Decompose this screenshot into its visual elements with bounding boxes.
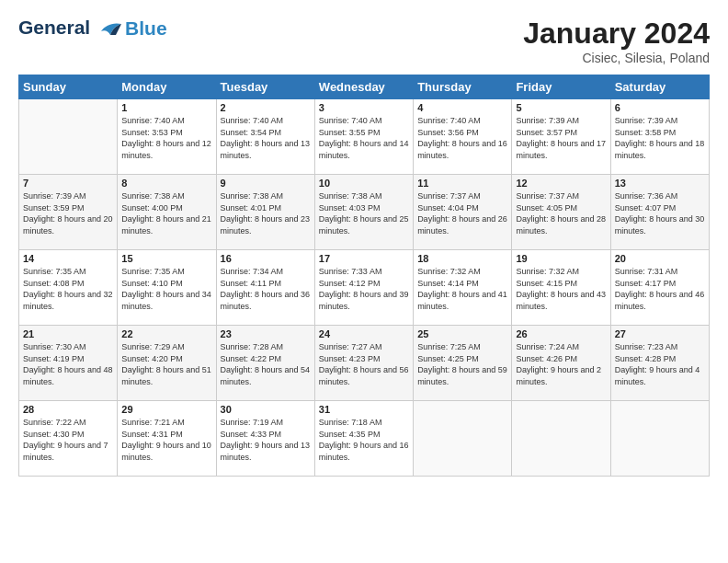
- calendar-cell: 10Sunrise: 7:38 AMSunset: 4:03 PMDayligh…: [314, 175, 413, 250]
- day-info: Sunrise: 7:35 AMSunset: 4:08 PMDaylight:…: [23, 266, 113, 312]
- calendar-cell: 6Sunrise: 7:39 AMSunset: 3:58 PMDaylight…: [610, 99, 709, 175]
- day-info: Sunrise: 7:25 AMSunset: 4:25 PMDaylight:…: [417, 341, 507, 387]
- calendar-cell: 12Sunrise: 7:37 AMSunset: 4:05 PMDayligh…: [512, 175, 610, 250]
- calendar-cell: 21Sunrise: 7:30 AMSunset: 4:19 PMDayligh…: [19, 326, 118, 401]
- logo-general: General: [18, 17, 123, 39]
- calendar-cell: 20Sunrise: 7:31 AMSunset: 4:17 PMDayligh…: [610, 250, 709, 326]
- day-info: Sunrise: 7:27 AMSunset: 4:23 PMDaylight:…: [319, 341, 409, 387]
- day-number: 16: [221, 253, 311, 264]
- day-info: Sunrise: 7:33 AMSunset: 4:12 PMDaylight:…: [319, 266, 409, 312]
- day-info: Sunrise: 7:21 AMSunset: 4:31 PMDaylight:…: [121, 417, 211, 463]
- weekday-header-friday: Friday: [512, 75, 610, 99]
- calendar-cell: 7Sunrise: 7:39 AMSunset: 3:59 PMDaylight…: [19, 175, 118, 250]
- day-info: Sunrise: 7:39 AMSunset: 3:58 PMDaylight:…: [615, 115, 705, 161]
- day-number: 28: [23, 404, 113, 415]
- day-number: 8: [121, 178, 211, 189]
- day-number: 24: [319, 328, 409, 339]
- calendar-cell: 30Sunrise: 7:19 AMSunset: 4:33 PMDayligh…: [216, 401, 314, 477]
- calendar-cell: 14Sunrise: 7:35 AMSunset: 4:08 PMDayligh…: [19, 250, 118, 326]
- calendar-cell: 27Sunrise: 7:23 AMSunset: 4:28 PMDayligh…: [610, 326, 709, 401]
- calendar-cell: 19Sunrise: 7:32 AMSunset: 4:15 PMDayligh…: [512, 250, 610, 326]
- day-info: Sunrise: 7:37 AMSunset: 4:05 PMDaylight:…: [516, 190, 606, 236]
- calendar-cell: 13Sunrise: 7:36 AMSunset: 4:07 PMDayligh…: [610, 175, 709, 250]
- day-number: 20: [615, 253, 705, 264]
- calendar-cell: 9Sunrise: 7:38 AMSunset: 4:01 PMDaylight…: [216, 175, 314, 250]
- day-info: Sunrise: 7:36 AMSunset: 4:07 PMDaylight:…: [615, 190, 705, 236]
- calendar-cell: 24Sunrise: 7:27 AMSunset: 4:23 PMDayligh…: [314, 326, 413, 401]
- day-info: Sunrise: 7:28 AMSunset: 4:22 PMDaylight:…: [221, 341, 311, 387]
- calendar-cell: 29Sunrise: 7:21 AMSunset: 4:31 PMDayligh…: [118, 401, 216, 477]
- day-number: 27: [615, 328, 705, 339]
- day-number: 11: [417, 178, 507, 189]
- week-row-4: 21Sunrise: 7:30 AMSunset: 4:19 PMDayligh…: [19, 326, 710, 401]
- day-info: Sunrise: 7:35 AMSunset: 4:10 PMDaylight:…: [121, 266, 211, 312]
- day-info: Sunrise: 7:40 AMSunset: 3:55 PMDaylight:…: [319, 115, 409, 161]
- weekday-header-saturday: Saturday: [610, 75, 709, 99]
- calendar-cell: 8Sunrise: 7:38 AMSunset: 4:00 PMDaylight…: [118, 175, 216, 250]
- day-number: 18: [417, 253, 507, 264]
- day-number: 7: [23, 178, 113, 189]
- day-info: Sunrise: 7:38 AMSunset: 4:01 PMDaylight:…: [221, 190, 311, 236]
- day-info: Sunrise: 7:22 AMSunset: 4:30 PMDaylight:…: [23, 417, 113, 463]
- weekday-header-monday: Monday: [118, 75, 216, 99]
- day-info: Sunrise: 7:34 AMSunset: 4:11 PMDaylight:…: [221, 266, 311, 312]
- calendar-cell: 23Sunrise: 7:28 AMSunset: 4:22 PMDayligh…: [216, 326, 314, 401]
- logo-blue: Blue: [125, 17, 167, 39]
- day-number: 23: [221, 328, 311, 339]
- day-number: 9: [221, 178, 311, 189]
- calendar-cell: 4Sunrise: 7:40 AMSunset: 3:56 PMDaylight…: [414, 99, 512, 175]
- calendar-cell: 16Sunrise: 7:34 AMSunset: 4:11 PMDayligh…: [216, 250, 314, 326]
- day-number: 21: [23, 328, 113, 339]
- day-info: Sunrise: 7:40 AMSunset: 3:53 PMDaylight:…: [121, 115, 211, 161]
- day-number: 4: [417, 102, 507, 113]
- day-info: Sunrise: 7:23 AMSunset: 4:28 PMDaylight:…: [615, 341, 705, 387]
- day-number: 6: [615, 102, 705, 113]
- weekday-header-sunday: Sunday: [19, 75, 118, 99]
- day-number: 25: [417, 328, 507, 339]
- day-info: Sunrise: 7:32 AMSunset: 4:14 PMDaylight:…: [417, 266, 507, 312]
- week-row-3: 14Sunrise: 7:35 AMSunset: 4:08 PMDayligh…: [19, 250, 710, 326]
- day-info: Sunrise: 7:32 AMSunset: 4:15 PMDaylight:…: [516, 266, 606, 312]
- title-block: January 2024 Cisiec, Silesia, Poland: [523, 17, 710, 65]
- weekday-header-thursday: Thursday: [414, 75, 512, 99]
- day-info: Sunrise: 7:19 AMSunset: 4:33 PMDaylight:…: [221, 417, 311, 463]
- day-number: 30: [221, 404, 311, 415]
- day-number: 19: [516, 253, 606, 264]
- week-row-1: 1Sunrise: 7:40 AMSunset: 3:53 PMDaylight…: [19, 99, 710, 175]
- weekday-header-tuesday: Tuesday: [216, 75, 314, 99]
- day-number: 2: [221, 102, 311, 113]
- calendar-cell: 22Sunrise: 7:29 AMSunset: 4:20 PMDayligh…: [118, 326, 216, 401]
- day-info: Sunrise: 7:30 AMSunset: 4:19 PMDaylight:…: [23, 341, 113, 387]
- day-number: 26: [516, 328, 606, 339]
- day-info: Sunrise: 7:18 AMSunset: 4:35 PMDaylight:…: [319, 417, 409, 463]
- day-number: 3: [319, 102, 409, 113]
- day-number: 12: [516, 178, 606, 189]
- calendar-cell: 18Sunrise: 7:32 AMSunset: 4:14 PMDayligh…: [414, 250, 512, 326]
- day-info: Sunrise: 7:37 AMSunset: 4:04 PMDaylight:…: [417, 190, 507, 236]
- calendar-cell: 11Sunrise: 7:37 AMSunset: 4:04 PMDayligh…: [414, 175, 512, 250]
- calendar-cell: 5Sunrise: 7:39 AMSunset: 3:57 PMDaylight…: [512, 99, 610, 175]
- logo: General Blue: [18, 17, 167, 39]
- day-info: Sunrise: 7:38 AMSunset: 4:03 PMDaylight:…: [319, 190, 409, 236]
- logo-bird-icon: [97, 18, 123, 39]
- day-info: Sunrise: 7:39 AMSunset: 3:59 PMDaylight:…: [23, 190, 113, 236]
- day-number: 10: [319, 178, 409, 189]
- weekday-header-wednesday: Wednesday: [314, 75, 413, 99]
- day-number: 29: [121, 404, 211, 415]
- day-number: 17: [319, 253, 409, 264]
- calendar-cell: [19, 99, 118, 175]
- day-number: 14: [23, 253, 113, 264]
- day-number: 31: [319, 404, 409, 415]
- day-info: Sunrise: 7:40 AMSunset: 3:56 PMDaylight:…: [417, 115, 507, 161]
- location: Cisiec, Silesia, Poland: [523, 51, 710, 65]
- day-info: Sunrise: 7:29 AMSunset: 4:20 PMDaylight:…: [121, 341, 211, 387]
- day-number: 13: [615, 178, 705, 189]
- day-number: 1: [121, 102, 211, 113]
- calendar-cell: 3Sunrise: 7:40 AMSunset: 3:55 PMDaylight…: [314, 99, 413, 175]
- calendar-table: SundayMondayTuesdayWednesdayThursdayFrid…: [18, 75, 710, 477]
- day-number: 22: [121, 328, 211, 339]
- header: General Blue January 2024 Cisiec, Silesi…: [18, 17, 710, 65]
- calendar-cell: 15Sunrise: 7:35 AMSunset: 4:10 PMDayligh…: [118, 250, 216, 326]
- week-row-2: 7Sunrise: 7:39 AMSunset: 3:59 PMDaylight…: [19, 175, 710, 250]
- calendar-cell: 1Sunrise: 7:40 AMSunset: 3:53 PMDaylight…: [118, 99, 216, 175]
